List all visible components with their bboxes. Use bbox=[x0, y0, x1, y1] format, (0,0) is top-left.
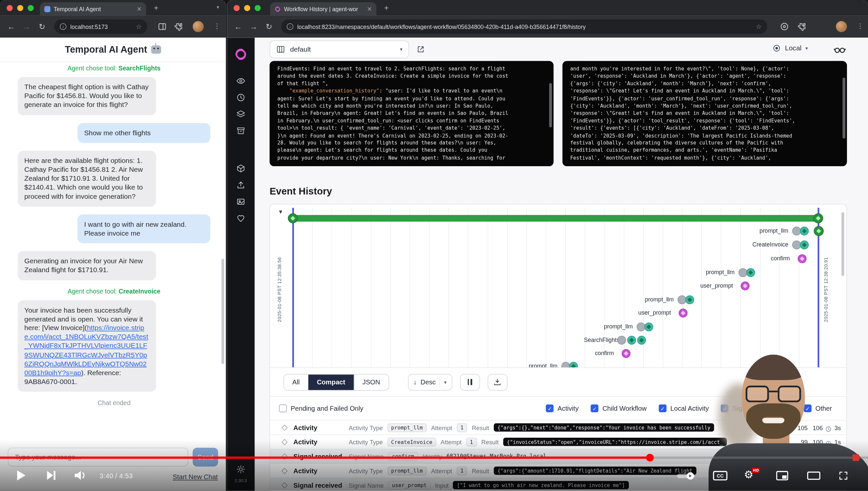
activity-event-dot[interactable] bbox=[746, 268, 755, 277]
zoom-window-button[interactable] bbox=[254, 5, 261, 11]
bookmark-star-icon[interactable]: ☆ bbox=[756, 23, 762, 31]
panel-scrollbar[interactable] bbox=[549, 83, 552, 128]
nav-gallery-icon[interactable] bbox=[237, 197, 245, 206]
fullscreen-button[interactable] bbox=[838, 470, 848, 483]
close-window-button[interactable] bbox=[7, 5, 13, 11]
pause-autorefresh-button[interactable] bbox=[460, 374, 480, 391]
timeline-scrollbar[interactable] bbox=[841, 212, 844, 276]
workflow-execution-bar[interactable] bbox=[293, 215, 818, 222]
view-option-json[interactable]: JSON bbox=[354, 374, 388, 389]
checkbox-checked-icon[interactable]: ✓ bbox=[659, 404, 667, 412]
signal-event-dot[interactable] bbox=[622, 349, 631, 358]
nav-layers-icon[interactable] bbox=[237, 110, 245, 118]
reload-button[interactable]: ↻ bbox=[261, 22, 277, 31]
minimize-window-button[interactable] bbox=[244, 5, 250, 11]
code-line: Festival', 'monthContext': 'requested mo… bbox=[570, 155, 839, 162]
signal-event-dot[interactable] bbox=[798, 254, 807, 263]
timeline-event-label: prompt_llm bbox=[431, 362, 558, 367]
side-panel-icon[interactable] bbox=[157, 22, 167, 32]
next-button[interactable] bbox=[46, 470, 56, 483]
filter-checkbox-pending-and-failed-only[interactable]: Pending and Failed Only bbox=[279, 404, 364, 412]
browser-menu-icon[interactable]: ⋮ bbox=[857, 22, 863, 30]
play-button[interactable] bbox=[16, 469, 27, 484]
checkbox-unchecked-icon[interactable] bbox=[279, 404, 287, 412]
nav-history-icon[interactable] bbox=[237, 93, 245, 102]
address-bar[interactable]: i localhost:5173 ☆ bbox=[54, 20, 147, 34]
settings-gear-icon[interactable]: ⚙ HD bbox=[744, 468, 753, 481]
workflow-complete-dot[interactable] bbox=[814, 226, 824, 236]
forward-button[interactable]: → bbox=[19, 22, 34, 31]
profile-avatar[interactable] bbox=[836, 21, 847, 32]
chat-scrollbar[interactable] bbox=[221, 259, 224, 364]
activity-event-dot[interactable] bbox=[800, 227, 809, 236]
back-button[interactable]: ← bbox=[3, 22, 19, 31]
close-tab-icon[interactable]: ✕ bbox=[136, 5, 142, 12]
filter-checkbox-activity[interactable]: ✓Activity bbox=[546, 404, 578, 412]
activity-event-dot[interactable] bbox=[569, 362, 578, 367]
panel-scrollbar[interactable] bbox=[843, 78, 845, 139]
activity-event-dot[interactable] bbox=[800, 240, 809, 250]
nav-package-icon[interactable] bbox=[237, 164, 245, 173]
volume-button[interactable] bbox=[74, 470, 88, 483]
cluster-select[interactable]: Local ▾ bbox=[772, 44, 808, 53]
password-manager-icon[interactable] bbox=[780, 22, 789, 32]
theater-mode-button[interactable] bbox=[807, 471, 820, 482]
activity-event-dot[interactable] bbox=[627, 336, 636, 345]
checkbox-checked-icon[interactable]: ✓ bbox=[591, 404, 599, 412]
activity-event-dot[interactable] bbox=[617, 336, 626, 345]
view-option-all[interactable]: All bbox=[284, 374, 309, 389]
new-tab-button[interactable]: + bbox=[384, 3, 389, 12]
nav-heart-icon[interactable] bbox=[237, 214, 245, 223]
reload-button[interactable]: ↻ bbox=[34, 22, 50, 31]
tab-workflow-history[interactable]: Workflow History | agent-wor ✕ bbox=[270, 2, 376, 16]
site-info-icon[interactable]: i bbox=[287, 23, 293, 30]
code-line: 'user', 'response': 'Auckland in March'}… bbox=[570, 73, 839, 80]
workflow-result-json-panel[interactable]: and month you're interested in for the e… bbox=[563, 61, 847, 166]
forward-button[interactable]: → bbox=[246, 22, 261, 31]
codec-glasses-icon[interactable] bbox=[834, 44, 846, 55]
checkbox-checked-icon[interactable]: ✓ bbox=[546, 404, 554, 412]
filter-checkbox-child-workflow[interactable]: ✓Child Workflow bbox=[591, 404, 647, 412]
open-external-icon[interactable] bbox=[416, 45, 425, 54]
signal-event-dot[interactable] bbox=[679, 309, 687, 318]
activity-event-dot[interactable] bbox=[685, 295, 694, 304]
activity-event-dot[interactable] bbox=[637, 336, 646, 345]
event-expand-icon[interactable] bbox=[281, 424, 288, 430]
temporal-logo-icon[interactable] bbox=[234, 48, 247, 61]
new-tab-button[interactable]: + bbox=[154, 3, 158, 12]
site-info-icon[interactable]: i bbox=[60, 23, 66, 30]
tab-temporal-ai-agent[interactable]: Temporal AI Agent ✕ bbox=[40, 2, 146, 16]
back-button[interactable]: ← bbox=[230, 22, 246, 31]
captions-button[interactable]: CC bbox=[713, 471, 727, 481]
view-option-compact[interactable]: Compact bbox=[308, 374, 354, 389]
filter-checkbox-local-activity[interactable]: ✓Local Activity bbox=[659, 404, 709, 412]
nav-eye-icon[interactable] bbox=[237, 76, 245, 85]
address-bar[interactable]: i localhost:8233/namespaces/default/work… bbox=[281, 20, 767, 34]
minimize-window-button[interactable] bbox=[17, 5, 23, 11]
browser-menu-icon[interactable]: ⋮ bbox=[214, 22, 220, 30]
autoplay-toggle[interactable] bbox=[676, 472, 695, 482]
namespace-select[interactable]: default ▾ bbox=[270, 40, 409, 58]
nav-archive-icon[interactable] bbox=[237, 126, 245, 135]
invoice-link[interactable]: https://invoice.stripe.com/i/acct_1NBOLu… bbox=[24, 324, 148, 377]
workflow-end-dot[interactable] bbox=[813, 213, 823, 223]
sort-order-dropdown[interactable]: ↓ Desc ▾ bbox=[408, 374, 452, 391]
miniplayer-button[interactable] bbox=[776, 471, 788, 483]
bookmark-star-icon[interactable]: ☆ bbox=[136, 23, 142, 31]
nav-upload-icon[interactable] bbox=[237, 181, 245, 190]
download-history-button[interactable] bbox=[488, 374, 508, 391]
checkbox-label: Child Workflow bbox=[602, 404, 646, 412]
video-progress-bar[interactable] bbox=[0, 457, 868, 459]
profile-avatar[interactable] bbox=[193, 21, 204, 32]
close-window-button[interactable] bbox=[234, 5, 240, 11]
workflow-start-dot[interactable] bbox=[288, 213, 298, 223]
zoom-window-button[interactable] bbox=[28, 5, 34, 11]
tab-search-chevron-icon[interactable]: ▾ bbox=[217, 4, 219, 10]
workflow-input-json-panel[interactable]: FindEvents: Find an event to travel to 2… bbox=[270, 61, 554, 166]
activity-event-dot[interactable] bbox=[644, 322, 653, 331]
extensions-puzzle-icon[interactable] bbox=[174, 22, 184, 32]
collapse-timeline-chevron-icon[interactable]: ▾ bbox=[279, 208, 282, 215]
close-tab-icon[interactable]: ✕ bbox=[367, 5, 372, 12]
extensions-puzzle-icon[interactable] bbox=[797, 22, 807, 32]
signal-event-dot[interactable] bbox=[741, 281, 750, 290]
